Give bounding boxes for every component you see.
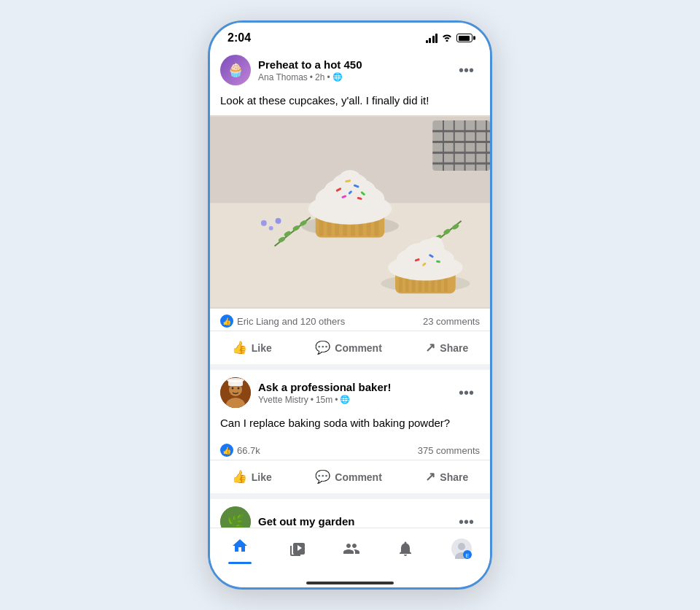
home-indicator <box>306 582 394 584</box>
reactions-left-2[interactable]: 👍 66.7k <box>220 444 260 457</box>
like-button-1[interactable]: 👍 Like <box>220 334 284 361</box>
reactions-left-1[interactable]: 👍 Eric Liang and 120 others <box>220 314 345 328</box>
bell-icon <box>397 540 414 562</box>
action-row-2: 👍 Like 💬 Comment ↗ Share <box>210 460 490 493</box>
post-avatar-3: 🌿 <box>220 506 251 528</box>
battery-icon <box>456 34 472 42</box>
phone-frame: 2:04 🧁 Preheat to a hot 450 <box>208 20 492 590</box>
post-card-3: 🌿 Get out my garden ••• <box>210 499 490 528</box>
comment-button-icon-1: 💬 <box>315 340 330 355</box>
post-card-1: 🧁 Preheat to a hot 450 Ana Thomas • 2h •… <box>210 47 490 364</box>
bottom-nav: E <box>210 528 490 582</box>
post-header-3: 🌿 Get out my garden ••• <box>210 499 490 528</box>
svg-text:E: E <box>465 552 469 559</box>
post-group-name-3[interactable]: Get out my garden <box>258 515 446 528</box>
post-group-name-2[interactable]: Ask a professional baker! <box>258 381 446 394</box>
like-button-icon-2: 👍 <box>232 469 247 484</box>
like-label-2: Like <box>252 471 272 483</box>
more-options-button-2[interactable]: ••• <box>453 382 480 404</box>
post-time-1: 2h <box>315 72 324 82</box>
post-avatar-2 <box>220 377 251 408</box>
more-options-button-3[interactable]: ••• <box>453 511 480 528</box>
like-button-2[interactable]: 👍 Like <box>220 463 284 490</box>
comment-button-icon-2: 💬 <box>315 469 330 484</box>
svg-text:🌿: 🌿 <box>227 513 245 528</box>
post-card-2: Ask a professional baker! Yvette Mistry … <box>210 370 490 493</box>
share-button-2[interactable]: ↗ Share <box>413 463 480 490</box>
svg-point-68 <box>232 387 234 390</box>
comment-label-2: Comment <box>335 471 382 483</box>
nav-groups[interactable] <box>331 537 372 565</box>
profile-icon: E <box>451 538 472 563</box>
svg-point-29 <box>276 218 281 224</box>
privacy-icon-1: 🌐 <box>332 72 343 82</box>
nav-video[interactable] <box>277 537 318 565</box>
video-icon <box>289 540 306 562</box>
signal-icon <box>426 34 438 43</box>
post-author-2: Yvette Mistry <box>258 395 308 405</box>
privacy-icon-2: 🌐 <box>340 395 350 404</box>
svg-point-50 <box>428 236 443 248</box>
comment-button-2[interactable]: 💬 Comment <box>303 463 394 490</box>
more-options-button-1[interactable]: ••• <box>453 59 480 82</box>
nav-profile[interactable]: E <box>440 536 483 566</box>
svg-point-31 <box>261 220 267 226</box>
post-meta-2: Ask a professional baker! Yvette Mistry … <box>258 381 446 405</box>
home-active-indicator <box>228 562 252 564</box>
svg-point-75 <box>458 543 465 550</box>
svg-point-30 <box>269 226 273 231</box>
nav-notifications[interactable] <box>385 537 426 565</box>
comment-count-2[interactable]: 375 comments <box>418 445 480 456</box>
like-button-icon-1: 👍 <box>232 340 247 355</box>
post-meta-3: Get out my garden <box>258 515 446 528</box>
like-icon-1: 👍 <box>220 314 233 328</box>
post-text-2: Can I replace baking soda with baking po… <box>210 415 490 438</box>
like-icon-2: 👍 <box>220 444 233 457</box>
share-label-2: Share <box>440 471 468 483</box>
svg-point-69 <box>238 387 240 390</box>
groups-icon <box>343 540 360 562</box>
status-bar: 2:04 <box>210 23 490 47</box>
post-author-line-1: Ana Thomas • 2h • 🌐 <box>258 72 446 82</box>
share-button-icon-1: ↗ <box>425 340 435 355</box>
post-header-2: Ask a professional baker! Yvette Mistry … <box>210 370 490 415</box>
reactions-row-2: 👍 66.7k 375 comments <box>210 438 490 460</box>
post-group-name-1[interactable]: Preheat to a hot 450 <box>258 58 446 72</box>
action-row-1: 👍 Like 💬 Comment ↗ Share <box>210 331 490 364</box>
post-header-1: 🧁 Preheat to a hot 450 Ana Thomas • 2h •… <box>210 47 490 93</box>
nav-home[interactable] <box>217 534 263 567</box>
post-author-1: Ana Thomas <box>258 72 308 82</box>
comment-button-1[interactable]: 💬 Comment <box>303 334 394 361</box>
post-image-1 <box>210 115 490 309</box>
like-text-2: 66.7k <box>237 445 260 456</box>
share-label-1: Share <box>440 342 468 354</box>
status-time: 2:04 <box>228 31 251 45</box>
post-author-line-2: Yvette Mistry • 15m • 🌐 <box>258 395 446 405</box>
share-button-1[interactable]: ↗ Share <box>413 334 480 361</box>
feed[interactable]: 🧁 Preheat to a hot 450 Ana Thomas • 2h •… <box>210 47 490 528</box>
wifi-icon <box>441 32 453 44</box>
post-time-2: 15m <box>316 395 332 405</box>
svg-point-16 <box>340 170 360 185</box>
comment-label-1: Comment <box>335 342 382 354</box>
post-text-1: Look at these cupcakes, y'all. I finally… <box>210 93 490 115</box>
home-icon <box>231 537 249 559</box>
status-icons <box>426 32 473 44</box>
share-button-icon-2: ↗ <box>425 469 435 484</box>
post-meta-1: Preheat to a hot 450 Ana Thomas • 2h • 🌐 <box>258 58 446 82</box>
like-text-1: Eric Liang and 120 others <box>237 316 345 327</box>
post-avatar-1: 🧁 <box>220 55 251 85</box>
svg-point-71 <box>227 378 244 382</box>
reactions-row-1: 👍 Eric Liang and 120 others 23 comments <box>210 309 490 331</box>
like-label-1: Like <box>252 342 272 354</box>
comment-count-1[interactable]: 23 comments <box>423 316 480 327</box>
